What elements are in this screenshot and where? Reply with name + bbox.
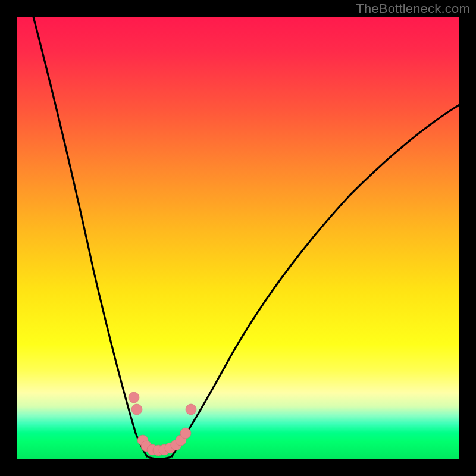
dot-icon: [129, 392, 139, 403]
curve-layer: [17, 17, 459, 459]
watermark-text: TheBottleneck.com: [356, 1, 470, 17]
chart-frame: TheBottleneck.com: [0, 0, 476, 476]
dot-icon: [131, 404, 142, 415]
marker-dots: [129, 392, 196, 456]
plot-area: [17, 17, 459, 459]
left-curve: [33, 17, 148, 457]
dot-icon: [186, 404, 196, 415]
dot-icon: [180, 428, 191, 439]
valley-floor: [148, 457, 171, 459]
right-curve: [171, 105, 459, 457]
